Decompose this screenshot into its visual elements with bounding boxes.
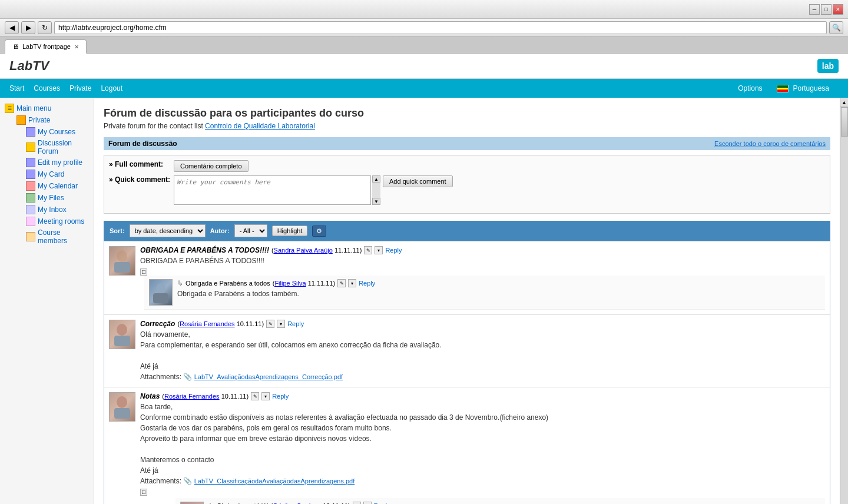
sidebar-item-meeting-rooms[interactable]: Meeting rooms [26, 215, 89, 227]
sidebar-item-my-files[interactable]: My Files [26, 192, 89, 204]
scrollbar-track[interactable] [840, 107, 848, 504]
scroll-down-arrow[interactable]: ▼ [372, 198, 380, 205]
post-3-attachment-link[interactable]: LabTV_ClassificaçãodaAvaliaçãodasAprendi… [194, 478, 355, 485]
page-subtitle: Private forum for the contact list Contr… [104, 122, 830, 130]
post-3-body: Boa tarde, Conforme combinado estão disp… [140, 402, 825, 486]
refresh-btn[interactable]: ↻ [38, 21, 52, 34]
post-2-reply-btn[interactable]: Reply [287, 320, 304, 327]
post-3-collapse-btn[interactable]: □ [140, 489, 147, 496]
sidebar-item-my-calendar[interactable]: My Calendar [26, 180, 89, 192]
full-comment-button[interactable]: Comentário completo [174, 160, 249, 172]
post-1-reply-btn[interactable]: Reply [385, 247, 402, 254]
post-2-author-link[interactable]: Rosária Fernandes [180, 320, 235, 327]
highlight-button[interactable]: Highlight [272, 226, 308, 236]
reply-1-menu-icon[interactable]: ▾ [348, 279, 356, 287]
full-comment-row: » Full comment: Comentário completo [109, 160, 825, 172]
post-1-body: OBRIGADA E PARABÉNS A TODOS!!!! [140, 256, 825, 266]
svg-rect-7 [114, 408, 130, 419]
nav-options[interactable]: Options [738, 84, 762, 92]
add-quick-comment-button[interactable]: Add quick comment [383, 175, 453, 187]
window-controls[interactable]: ─ □ ✕ [809, 4, 843, 15]
post-2: Correcção (Rosária Fernandes 10.11.11) ✎… [104, 315, 830, 387]
autor-select[interactable]: - All - [234, 224, 267, 237]
svg-point-6 [117, 396, 127, 408]
app-nav: Start Courses Private Logout Options Por… [0, 79, 848, 98]
nav-courses[interactable]: Courses [34, 84, 60, 92]
maximize-btn[interactable]: □ [821, 4, 832, 15]
post-3-meta: (Rosária Fernandes 10.11.11) [162, 393, 249, 400]
attach-icon-3: 📎 [183, 477, 192, 485]
active-tab[interactable]: 🖥 LabTV frontpage ✕ [5, 39, 87, 54]
post-2-attachment-link[interactable]: LabTV_AvaliaçãodasAprendizagens_Correcçã… [194, 373, 343, 380]
svg-rect-5 [114, 336, 130, 346]
reply-1-reply-btn[interactable]: Reply [359, 280, 375, 287]
sidebar-item-my-card[interactable]: My Card [26, 168, 89, 180]
forward-btn[interactable]: ▶ [21, 21, 35, 34]
sort-label: Sort: [110, 227, 125, 234]
sidebar-item-discussion-forum[interactable]: Discussion Forum [26, 138, 89, 157]
textarea-scrollbar[interactable]: ▲ ▼ [372, 175, 380, 205]
sidebar-item-edit-profile[interactable]: Edit my profile [26, 157, 89, 168]
tab-close-btn[interactable]: ✕ [74, 44, 79, 50]
sort-select[interactable]: by date, descending by date, ascending b… [130, 224, 206, 237]
back-btn[interactable]: ◀ [5, 21, 19, 34]
browser-title-bar: ─ □ ✕ [0, 0, 848, 19]
scrollbar-up-arrow[interactable]: ▲ [840, 98, 848, 107]
quick-comment-input[interactable] [174, 175, 371, 205]
nav-private[interactable]: Private [69, 84, 91, 92]
post-1-author-link[interactable]: Sandra Paiva Araújo [274, 247, 333, 254]
browser-tabs: 🖥 LabTV frontpage ✕ [0, 37, 848, 53]
post-3-avatar [109, 392, 135, 422]
nav-start[interactable]: Start [9, 84, 24, 92]
post-1-menu-icon[interactable]: ▾ [375, 246, 383, 254]
my-card-icon [26, 170, 35, 179]
post-3-menu-icon[interactable]: ▾ [261, 392, 270, 400]
tab-title: LabTV frontpage [22, 43, 71, 50]
sidebar-item-main-menu[interactable]: ☰ Main menu [5, 102, 89, 114]
sidebar-item-my-inbox[interactable]: My Inbox [26, 204, 89, 215]
post-1: OBRIGADA E PARABÉNS A TODOS!!!! (Sandra … [104, 241, 830, 315]
flag-icon [777, 85, 789, 92]
reply-3-1-edit-icon[interactable]: ✎ [353, 502, 361, 504]
address-bar[interactable] [54, 21, 827, 34]
post-1-edit-icon[interactable]: ✎ [364, 246, 372, 254]
sidebar-item-private[interactable]: Private [16, 114, 89, 126]
main-menu-icon: ☰ [5, 104, 14, 113]
forum-section-title: Forum de discussão [108, 140, 177, 148]
reply-3-1-menu-icon[interactable]: ▾ [363, 502, 372, 504]
my-inbox-icon [26, 205, 35, 214]
minimize-btn[interactable]: ─ [809, 4, 820, 15]
attach-icon-2: 📎 [183, 373, 192, 381]
forum-header: Forum de discussão Esconder todo o corpo… [104, 137, 830, 150]
post-3: Notas (Rosária Fernandes 10.11.11) ✎ ▾ R… [104, 387, 830, 504]
nav-logout[interactable]: Logout [101, 84, 122, 92]
discussion-forum-icon [26, 142, 35, 152]
vertical-scrollbar[interactable]: ▲ ▼ [840, 98, 848, 504]
reply-1-avatar [149, 279, 173, 306]
scroll-up-arrow[interactable]: ▲ [372, 175, 380, 183]
post-3-reply-btn[interactable]: Reply [272, 393, 289, 400]
post-2-edit-icon[interactable]: ✎ [266, 320, 274, 328]
svg-point-0 [117, 250, 127, 262]
autor-label: Autor: [210, 227, 230, 234]
post-1-collapse-btn[interactable]: □ [140, 268, 147, 276]
hide-all-link[interactable]: Esconder todo o corpo de comentários [714, 140, 826, 148]
post-3-edit-icon[interactable]: ✎ [251, 392, 259, 400]
post-2-menu-icon[interactable]: ▾ [277, 320, 285, 328]
settings-icon-btn[interactable]: ⚙ [312, 226, 326, 237]
close-btn[interactable]: ✕ [833, 4, 843, 15]
sidebar-item-my-courses[interactable]: My Courses [26, 126, 89, 138]
contact-list-link[interactable]: Controlo de Qualidade Laboratorial [205, 122, 315, 130]
sidebar-item-course-members[interactable]: Course members [26, 227, 89, 246]
sidebar: ☰ Main menu Private My Courses Discussio… [0, 98, 94, 504]
post-3-author-link[interactable]: Rosária Fernandes [164, 393, 220, 400]
search-btn[interactable]: 🔍 [829, 21, 843, 34]
reply-1-edit-icon[interactable]: ✎ [337, 279, 346, 287]
svg-rect-3 [153, 293, 168, 303]
scrollbar-thumb[interactable] [841, 107, 848, 137]
reply-3-1: ↳ Obrigada e até já! (Cristina Cardoso 1… [175, 498, 825, 504]
nav-language[interactable]: Portuguesa [793, 84, 829, 92]
reply-1-author-link[interactable]: Filipe Silva [274, 280, 306, 287]
post-2-meta: (Rosária Fernandes 10.11.11) [177, 320, 264, 327]
reply-3-1-arrow: ↳ [208, 502, 214, 504]
